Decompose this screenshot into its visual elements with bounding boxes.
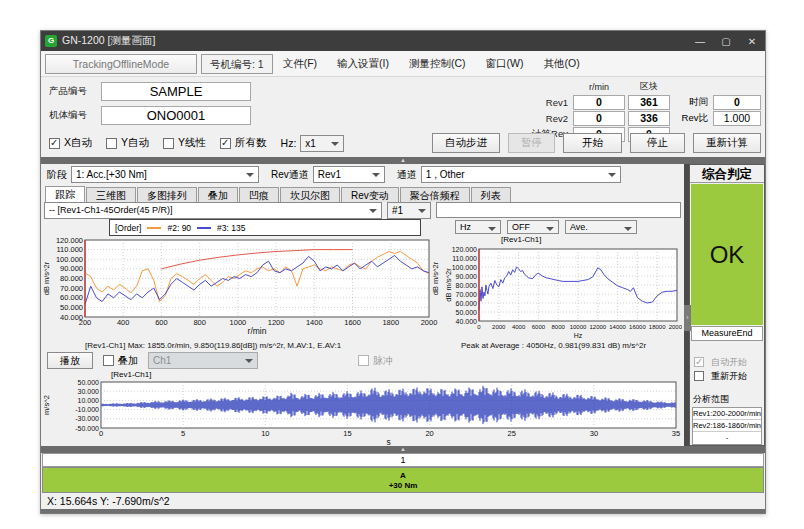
measure-status: MeasureEnd	[691, 326, 763, 341]
tab-campbell[interactable]: 坎贝尔图	[280, 187, 340, 202]
rev-channel-select[interactable]: Rev1	[313, 166, 385, 183]
order-trace-select[interactable]: -- [Rev1-Ch1-45Order(45 P/R)]	[44, 202, 382, 219]
horizontal-splitter-top[interactable]: ▲	[41, 157, 765, 164]
tab-multi-plot[interactable]: 多图排列	[137, 187, 197, 202]
svg-text:18000: 18000	[649, 324, 666, 330]
rev1-block-value: 361	[628, 95, 670, 110]
svg-text:r/min: r/min	[248, 326, 267, 336]
product-number-field[interactable]: SAMPLE	[101, 82, 251, 101]
svg-text:90.000: 90.000	[60, 265, 83, 274]
tab-dent[interactable]: 凹痕	[239, 187, 279, 202]
svg-text:70.000: 70.000	[456, 290, 478, 297]
tab-3d[interactable]: 三维图	[86, 187, 136, 202]
average-select[interactable]: Ave.	[565, 220, 637, 234]
minimize-icon[interactable]: —	[687, 36, 713, 47]
order-extra-field[interactable]	[436, 202, 681, 218]
checkbox-icon[interactable]	[694, 371, 704, 381]
main-area: 阶段 1: Acc.[+30 Nm] Rev通道 Rev1 通道 1 , Oth…	[41, 164, 765, 446]
tracking-chart[interactable]: 20040060080010001200140016001800200040.0…	[41, 237, 443, 341]
splitter-handle-icon[interactable]: ›	[684, 305, 691, 331]
menu-window[interactable]: 窗口(W)	[476, 57, 534, 71]
legend-line-blue	[197, 227, 211, 229]
y-linear-checkbox[interactable]: Y线性	[163, 136, 206, 150]
range-empty: -	[693, 432, 761, 444]
analysis-range-list: Rev1:200-2000r/min Rev2:186-1860r/min -	[692, 407, 762, 445]
step-indicator-bar: 1	[42, 453, 764, 467]
hz-label: Hz:	[281, 137, 297, 149]
svg-text:dB m/s^2r: dB m/s^2r	[444, 267, 453, 301]
stop-button[interactable]: 停止	[630, 133, 685, 153]
filter-select[interactable]: OFF	[507, 220, 559, 234]
svg-text:40.000: 40.000	[456, 317, 478, 324]
tab-octave[interactable]: 聚合倍频程	[400, 187, 470, 202]
x-unit-select[interactable]: Hz	[455, 220, 501, 234]
start-button[interactable]: 开始	[563, 133, 622, 153]
recalculate-button[interactable]: 重新计算	[693, 133, 761, 153]
menu-input-settings[interactable]: 输入设置(I)	[327, 57, 399, 71]
svg-text:40.000: 40.000	[60, 313, 83, 322]
spectrum-chart[interactable]: 0200040006000800010000120001400016000180…	[443, 247, 682, 342]
auto-step-button[interactable]: 自动步进	[432, 133, 500, 153]
judgement-panel: 综合判定 OK MeasureEnd 自动开始 重新开始 分析范围 Rev1:2…	[689, 164, 765, 446]
charts-row: [Order] #2: 90 #3: 135 20040060080010001…	[41, 219, 684, 352]
svg-text:dB m/s^2r: dB m/s^2r	[42, 261, 51, 295]
svg-text:70.000: 70.000	[60, 284, 83, 293]
wave-channel-select: Ch1	[148, 352, 258, 369]
tab-list[interactable]: 列表	[471, 187, 511, 202]
y-auto-checkbox[interactable]: Y自动	[106, 136, 149, 150]
x-auto-checkbox[interactable]: X自动	[49, 136, 92, 150]
checkbox-icon[interactable]	[103, 355, 114, 366]
checkbox-icon[interactable]	[106, 138, 117, 149]
tracking-mode-button[interactable]: TrackingOfflineMode	[45, 54, 197, 74]
svg-text:25: 25	[508, 429, 516, 438]
selector-row: 阶段 1: Acc.[+30 Nm] Rev通道 Rev1 通道 1 , Oth…	[41, 164, 684, 186]
close-icon[interactable]: ✕	[739, 36, 765, 47]
waveform-chart[interactable]: 05101520253035-50.000-30.000-10.00010.00…	[41, 380, 685, 447]
stage-select[interactable]: 1: Acc.[+30 Nm]	[71, 166, 259, 183]
judgement-header: 综合判定	[690, 165, 764, 183]
restart-checkbox[interactable]: 重新开始	[694, 369, 764, 383]
time-ratio-table: 时间 0 Rev比 1.000	[678, 95, 761, 129]
svg-text:80.000: 80.000	[60, 274, 83, 283]
menu-others[interactable]: 其他(O)	[534, 57, 590, 71]
maximize-icon[interactable]: ▢	[713, 36, 739, 47]
rpm-column-header: r/min	[573, 82, 625, 92]
overlay-checkbox[interactable]: 叠加	[103, 354, 138, 368]
vertical-splitter[interactable]: ›	[684, 164, 689, 446]
tab-tracking[interactable]: 跟踪	[45, 186, 85, 202]
channel-select[interactable]: 1 , Other	[421, 166, 621, 183]
horizontal-splitter-bottom[interactable]: ▲	[41, 446, 765, 453]
rev1-label: Rev1	[522, 97, 570, 108]
window-bottom-edge	[41, 509, 765, 513]
svg-text:1400: 1400	[306, 318, 323, 327]
range-rev2: Rev2:186-1860r/min	[693, 420, 761, 432]
svg-text:110.000: 110.000	[56, 245, 83, 254]
svg-text:16000: 16000	[629, 324, 646, 330]
pause-button: 暂停	[508, 133, 555, 153]
channel-label: 通道	[397, 168, 417, 182]
svg-text:50.000: 50.000	[78, 380, 100, 386]
status-bar: X: 15.664s Y: -7.690m/s^2	[41, 493, 765, 509]
splitter-handle-icon[interactable]: ▲	[400, 157, 406, 164]
all-data-checkbox[interactable]: 所有数	[220, 136, 267, 150]
rev2-label: Rev2	[522, 113, 570, 124]
pulse-checkbox: 脉冲	[358, 354, 393, 368]
svg-text:-30.000: -30.000	[75, 415, 99, 422]
play-button[interactable]: 播放	[47, 352, 93, 369]
menu-file[interactable]: 文件(F)	[273, 57, 327, 71]
checkbox-icon[interactable]	[220, 138, 231, 149]
svg-text:8000: 8000	[552, 324, 566, 330]
hz-multiplier-select[interactable]: x1	[300, 135, 344, 152]
checkbox-icon[interactable]	[163, 138, 174, 149]
splitter-handle-icon[interactable]: ▲	[400, 446, 406, 453]
menu-bar: TrackingOfflineMode 号机编号: 1 文件(F) 输入设置(I…	[41, 51, 765, 77]
window-title: GN-1200 [测量画面]	[62, 34, 687, 48]
tab-overlay[interactable]: 叠加	[198, 187, 238, 202]
machine-number-field[interactable]: ONO0001	[101, 106, 251, 125]
trace-number-select[interactable]: #1	[387, 202, 431, 219]
checkbox-icon[interactable]	[49, 138, 60, 149]
tab-rev-variation[interactable]: Rev变动	[341, 187, 399, 202]
svg-text:-10.000: -10.000	[75, 406, 99, 413]
legend-line-orange	[147, 227, 161, 229]
menu-measure-control[interactable]: 测量控制(C)	[399, 57, 476, 71]
